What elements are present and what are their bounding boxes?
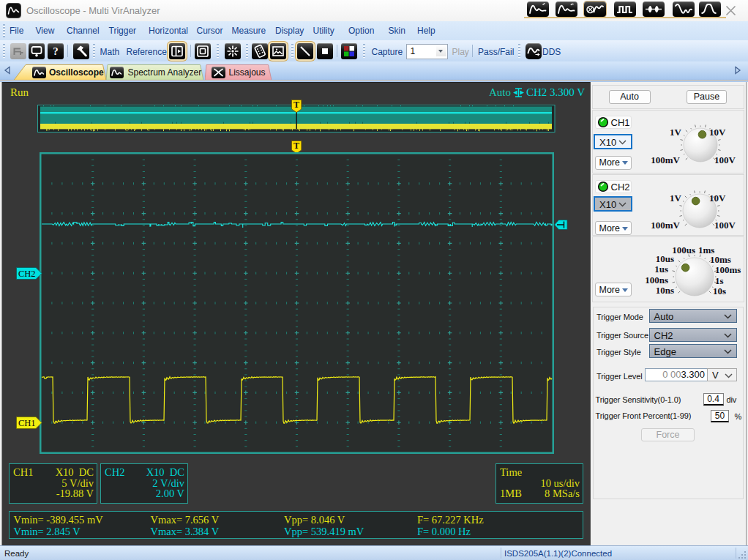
waveform-display[interactable] — [40, 152, 554, 454]
menu-utility[interactable]: Utility — [313, 26, 334, 36]
toolbar-separator — [190, 45, 191, 57]
dds-wave-icon[interactable] — [526, 43, 542, 59]
ch1-position-marker[interactable]: CH1 — [16, 417, 42, 429]
keypad-icon[interactable] — [252, 43, 268, 59]
color-palette-icon[interactable] — [341, 43, 357, 59]
menu-trigger[interactable]: Trigger — [109, 26, 137, 36]
full-screen-icon[interactable] — [195, 43, 211, 59]
caption-spectrum-icon[interactable] — [556, 1, 577, 17]
menubar-grip[interactable] — [3, 24, 5, 37]
tb-10ns: 10ns — [645, 285, 674, 296]
trigger-sensitivity-unit: div — [727, 395, 737, 404]
trigger-front-input[interactable]: 50 — [711, 410, 729, 422]
ch2-probe-combobox[interactable]: X10 — [594, 196, 632, 212]
toolbar-grip-5[interactable] — [291, 44, 293, 58]
screenshot-icon[interactable] — [270, 43, 286, 59]
trigger-sensitivity-label: Trigger Sensitivity(0-1.0) — [596, 395, 681, 404]
trigger-level-input[interactable]: 0 003.300 — [645, 368, 708, 381]
trigger-sensitivity-input[interactable]: 0.4 — [703, 393, 724, 406]
resize-grip-icon[interactable] — [738, 551, 747, 559]
toolbar-separator — [67, 45, 68, 57]
chevron-down-icon — [618, 202, 627, 207]
toolbar-grip-3[interactable] — [217, 44, 219, 58]
toolbar-grip-1[interactable] — [3, 44, 5, 58]
green-led-icon — [597, 116, 609, 128]
toolbar-grip-2[interactable] — [93, 44, 95, 58]
trigger-level-marker[interactable] — [554, 220, 568, 230]
lissajous-tab-icon — [212, 67, 225, 78]
math-button[interactable]: Math — [100, 47, 120, 57]
menu-channel[interactable]: Channel — [67, 26, 100, 36]
ch1-more-button[interactable]: More — [595, 156, 632, 170]
caption-sweep-wave-icon[interactable] — [673, 1, 695, 17]
menu-display[interactable]: Display — [275, 26, 304, 36]
window-title: Oscilloscope - Multi VirAnalyzer — [26, 5, 160, 16]
menu-horizontal[interactable]: Horizontal — [149, 26, 188, 36]
capture-count-combobox[interactable]: 1 — [406, 44, 448, 59]
ch1-probe-combobox[interactable]: X10 — [594, 134, 632, 149]
ch1-info-box: CH1X10 DC 5 V/div -19.88 V — [9, 463, 97, 504]
menu-file[interactable]: File — [10, 26, 23, 36]
ch2-position-marker[interactable]: CH2 — [16, 267, 42, 280]
caption-burst-wave-icon[interactable] — [643, 1, 665, 17]
caption-filter-wave-icon[interactable] — [699, 1, 721, 17]
capture-label: Capture — [372, 47, 403, 57]
toolbar-grip-6[interactable] — [363, 44, 365, 58]
dds-button[interactable]: DDS — [542, 47, 561, 57]
chevron-down-icon — [724, 333, 732, 338]
tab-scroll-right-icon[interactable] — [734, 66, 741, 75]
trigger-level-unit: V — [712, 370, 719, 381]
ch2-freq: F= 0.000 Hz — [417, 526, 471, 538]
force-button[interactable]: Force — [641, 428, 695, 441]
menu-option[interactable]: Option — [348, 26, 374, 36]
ch2-vpp: Vpp= 539.419 mV — [284, 526, 364, 538]
trigger-mode-readout: Auto — [489, 86, 511, 99]
center-waveform-icon[interactable] — [225, 43, 241, 59]
close-icon[interactable] — [723, 4, 739, 18]
ch2-more-button[interactable]: More — [595, 221, 632, 235]
ch2-more-label: More — [599, 223, 620, 234]
menu-measure[interactable]: Measure — [232, 26, 266, 36]
oscilloscope-tab-icon — [32, 67, 46, 78]
capture-preview-strip[interactable]: T — [37, 100, 556, 133]
display-record-icon[interactable] — [29, 43, 45, 59]
status-message: Ready — [4, 549, 29, 558]
toolbar-grip-4[interactable] — [246, 44, 248, 58]
ch2-enable-button[interactable]: CH2 — [595, 180, 632, 193]
svg-text:?: ? — [53, 45, 59, 57]
caption-logic-pulse-icon[interactable] — [614, 1, 636, 17]
caption-oscilloscope-icon[interactable] — [527, 1, 549, 17]
scope-client-area: Run Auto CH2 3.300 V T T — [0, 82, 748, 546]
title-bar: Oscilloscope - Multi VirAnalyzer — [0, 0, 748, 21]
ch1-vmax: Vmax= 7.656 V — [151, 514, 220, 526]
ch1-vpp: Vpp= 8.046 V — [284, 514, 345, 526]
split-view-icon[interactable] — [169, 43, 185, 59]
menu-skin[interactable]: Skin — [389, 26, 405, 36]
tab-bar: Oscilloscope Spectrum Analyzer Lissajous — [0, 61, 748, 82]
fill-square-icon[interactable] — [317, 43, 333, 59]
app-icon — [6, 3, 21, 18]
line-style-icon[interactable] — [297, 43, 313, 59]
trigger-mode-combobox[interactable]: Auto — [649, 309, 737, 323]
help-icon[interactable]: ? — [48, 43, 64, 59]
pause-button[interactable]: Pause — [687, 90, 727, 104]
trigger-source-combobox[interactable]: CH2 — [649, 328, 737, 342]
menu-view[interactable]: View — [36, 26, 55, 36]
trigger-style-combobox[interactable]: Edge — [649, 344, 737, 358]
tab-spectrum-analyzer[interactable]: Spectrum Analyzer — [106, 64, 203, 81]
tool-hammer-icon[interactable] — [73, 43, 89, 59]
ch1-enable-button[interactable]: CH1 — [595, 116, 632, 129]
caption-lissajous-icon[interactable] — [584, 1, 606, 17]
auto-button[interactable]: Auto — [609, 90, 651, 104]
timebase-more-button[interactable]: More — [595, 283, 632, 296]
tab-scroll-left-icon[interactable] — [4, 66, 11, 75]
chevron-down-icon[interactable] — [436, 45, 446, 56]
tab-lissajous[interactable]: Lissajous — [205, 64, 272, 81]
tab-oscilloscope[interactable]: Oscilloscope — [14, 64, 106, 81]
menu-cursor[interactable]: Cursor — [197, 26, 223, 36]
trigger-level-unit-combobox[interactable]: V — [707, 368, 737, 381]
menu-help[interactable]: Help — [417, 26, 435, 36]
passfail-button[interactable]: Pass/Fail — [478, 47, 514, 57]
reference-button[interactable]: Reference — [127, 47, 167, 57]
toolbar-grip-7[interactable] — [518, 44, 520, 58]
